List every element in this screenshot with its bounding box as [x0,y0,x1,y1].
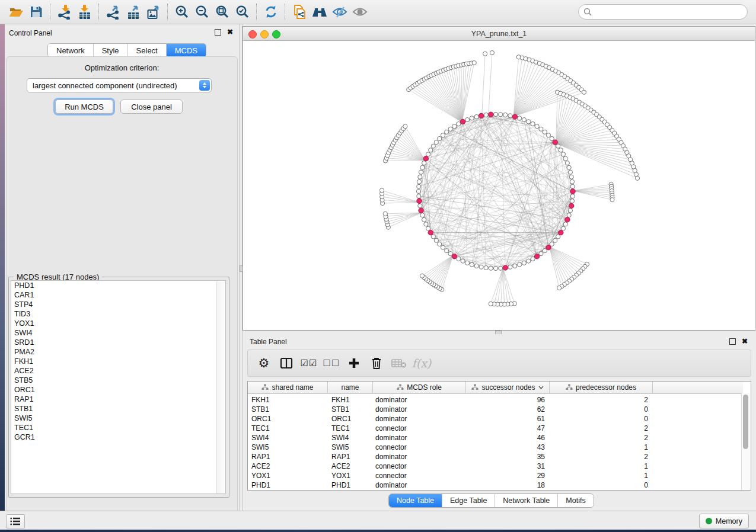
cell-name[interactable]: PHD1 [331,480,371,490]
ring-node[interactable] [457,257,461,261]
ring-node[interactable] [417,184,421,188]
table-options-button[interactable]: ⚙ [253,352,275,374]
tab-network-table[interactable]: Network Table [495,494,558,507]
cell-shared-name[interactable]: SWI5 [251,443,326,452]
cell-successor-nodes[interactable]: 96 [466,395,545,405]
ring-node[interactable] [465,261,470,265]
ring-node[interactable] [561,226,565,230]
show-columns-button[interactable] [275,352,298,374]
cell-shared-name[interactable]: STB1 [251,405,326,414]
ring-node[interactable] [484,265,488,270]
mcds-hub-node[interactable] [428,230,433,235]
ring-node[interactable] [448,127,452,131]
delete-table-button[interactable] [388,352,410,374]
ring-node[interactable] [418,204,422,208]
zoom-selected-button[interactable] [232,2,253,21]
close-panel-icon[interactable]: ✖ [742,339,748,344]
tab-network[interactable]: Network [48,44,94,57]
mcds-hub-node[interactable] [419,208,423,213]
scrollbar-thumb[interactable] [743,395,748,449]
cell-successor-nodes[interactable]: 61 [466,414,545,424]
cell-shared-name[interactable]: ORC1 [251,414,326,424]
ring-node[interactable] [556,235,560,239]
cell-shared-name[interactable]: YOX1 [251,471,326,480]
ring-node[interactable] [470,262,474,267]
mcds-hub-node[interactable] [460,119,465,124]
zoom-out-button[interactable] [192,2,212,21]
ring-node[interactable] [417,194,421,198]
mcds-node-item[interactable]: STB5 [11,376,225,385]
ring-node[interactable] [431,235,435,239]
network-canvas[interactable] [243,41,755,330]
cell-successor-nodes[interactable]: 47 [466,424,545,433]
ring-node[interactable] [420,213,425,217]
zoom-in-button[interactable] [172,2,192,21]
ring-node[interactable] [499,266,503,270]
ring-node[interactable] [522,261,526,265]
ring-node[interactable] [563,222,567,226]
cell-successor-nodes[interactable]: 31 [466,462,545,471]
mcds-node-item[interactable]: CAR1 [11,290,225,300]
run-mcds-button[interactable]: Run MCDS [55,100,113,114]
ring-node[interactable] [570,184,575,188]
cell-name[interactable]: RAP1 [331,452,371,462]
cell-mcds-role[interactable]: connector [375,424,462,433]
save-session-button[interactable] [26,2,46,21]
cell-successor-nodes[interactable]: 43 [466,443,545,452]
tab-motifs[interactable]: Motifs [558,494,593,507]
mcds-list-scrollbar[interactable] [216,281,225,494]
mcds-node-item[interactable]: TEC1 [11,423,225,432]
tab-mcds[interactable]: MCDS [167,44,206,57]
leaf-node[interactable] [472,60,476,65]
ring-node[interactable] [527,120,531,124]
leaf-node[interactable] [635,176,639,180]
ring-node[interactable] [419,170,423,174]
mcds-hub-node[interactable] [534,254,539,259]
show-panels-button[interactable] [6,514,25,528]
cell-predecessor-nodes[interactable]: 2 [550,433,648,443]
column-header-predecessor-nodes[interactable]: predecessor nodes [550,382,653,393]
cell-mcds-role[interactable]: dominator [375,433,462,443]
mcds-node-item[interactable]: YOX1 [11,319,225,328]
network-search-box[interactable] [578,4,748,20]
mcds-hub-node[interactable] [569,203,573,208]
ring-node[interactable] [508,114,512,118]
ring-node[interactable] [570,194,575,198]
ring-node[interactable] [522,118,526,122]
mcds-node-item[interactable]: FKH1 [11,357,225,366]
mcds-node-item[interactable]: ORC1 [11,385,225,395]
mcds-node-item[interactable]: SWI5 [11,414,225,423]
float-panel-icon[interactable] [729,338,736,345]
leaf-node[interactable] [490,50,494,55]
ring-node[interactable] [493,266,497,270]
cell-mcds-role[interactable]: connector [375,443,462,452]
network-window-titlebar[interactable]: YPA_prune.txt_1 [243,27,755,41]
ring-node[interactable] [418,175,422,179]
cell-mcds-role[interactable]: dominator [375,414,462,424]
cell-name[interactable]: SWI5 [331,443,371,452]
ring-node[interactable] [438,242,442,246]
ring-node[interactable] [489,266,493,270]
ring-node[interactable] [441,245,445,249]
ring-node[interactable] [474,264,479,268]
ring-node[interactable] [457,121,461,126]
ring-node[interactable] [474,114,479,118]
import-network-button[interactable] [55,2,75,21]
ring-node[interactable] [434,238,438,242]
mcds-node-item[interactable]: ACE2 [11,366,225,376]
ring-node[interactable] [420,165,425,169]
column-header-MCDS-role[interactable]: MCDS role [373,382,466,393]
tab-edge-table[interactable]: Edge Table [442,494,495,507]
export-image-button[interactable] [143,2,164,21]
ring-node[interactable] [531,257,535,261]
ring-node[interactable] [568,170,572,174]
tab-node-table[interactable]: Node Table [389,494,442,507]
mcds-node-item[interactable]: SRD1 [11,338,225,347]
ring-node[interactable] [518,262,522,267]
ring-node[interactable] [535,124,539,129]
ring-node[interactable] [416,189,420,193]
ring-node[interactable] [479,265,483,269]
cell-name[interactable]: TEC1 [331,424,371,433]
ring-node[interactable] [461,259,465,263]
close-panel-button[interactable]: Close panel [120,100,183,114]
